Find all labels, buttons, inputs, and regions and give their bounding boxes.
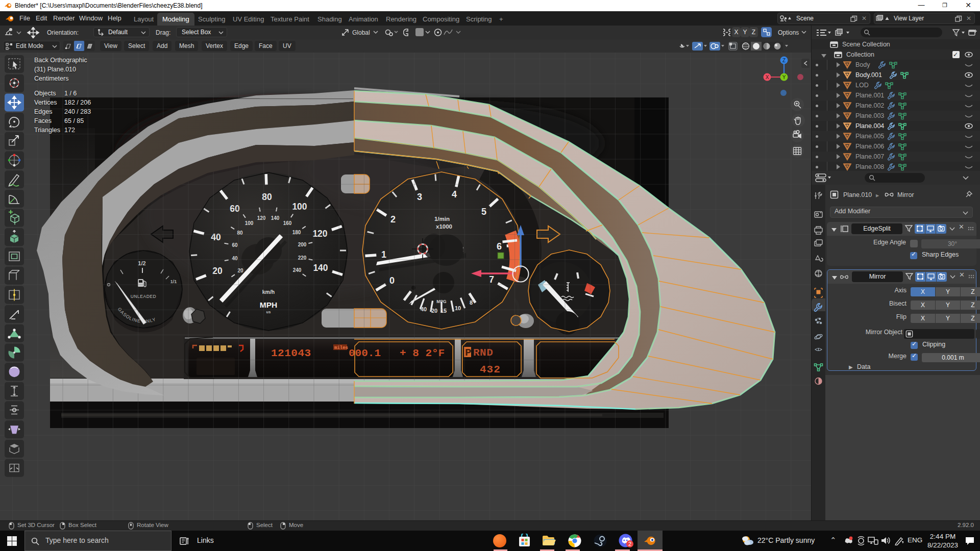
svg-text:Y: Y xyxy=(782,74,786,80)
svg-text:Z: Z xyxy=(782,58,786,63)
svg-text:X: X xyxy=(766,74,769,80)
svg-text:2: 2 xyxy=(628,541,631,547)
